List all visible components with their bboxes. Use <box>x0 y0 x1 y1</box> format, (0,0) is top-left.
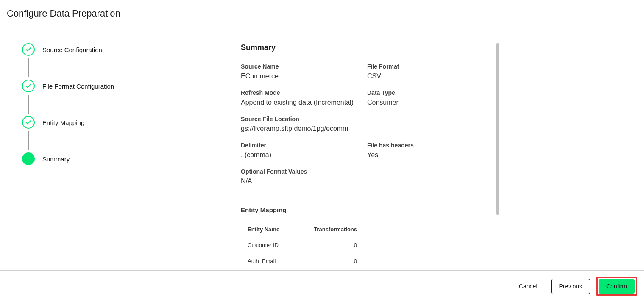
entity-mapping-table: Entity Name Transformations Customer ID … <box>241 222 364 269</box>
summary-label: Delimiter <box>241 142 367 149</box>
step-label: Summary <box>42 155 70 163</box>
summary-field-file-has-headers: File has headers Yes <box>367 142 481 159</box>
step-entity-mapping[interactable]: Entity Mapping <box>22 116 218 129</box>
summary-value: CSV <box>367 72 481 80</box>
step-label: File Format Configuration <box>42 83 114 90</box>
summary-field-optional-format-values: Optional Format Values N/A <box>241 168 481 185</box>
scrollbar-thumb[interactable] <box>496 43 499 215</box>
summary-label: File has headers <box>367 142 481 149</box>
entity-mapping-title: Entity Mapping <box>241 206 481 213</box>
main-content: Source Configuration File Format Configu… <box>0 27 644 273</box>
scrollbar[interactable] <box>496 43 499 251</box>
summary-label: Data Type <box>367 89 481 96</box>
table-header-transformations: Transformations <box>296 222 364 237</box>
summary-field-file-format: File Format CSV <box>367 63 481 80</box>
previous-button[interactable]: Previous <box>551 279 590 294</box>
step-connector <box>28 131 29 150</box>
step-file-format-configuration[interactable]: File Format Configuration <box>22 80 218 92</box>
confirm-button[interactable]: Confirm <box>599 279 635 294</box>
summary-panel: Summary Source Name ECommerce File Forma… <box>227 27 503 278</box>
summary-label: Refresh Mode <box>241 89 367 96</box>
summary-value: , (comma) <box>241 151 367 159</box>
summary-field-data-type: Data Type Consumer <box>367 89 481 106</box>
summary-label: Source File Location <box>241 116 481 122</box>
confirm-highlight: Confirm <box>596 277 637 296</box>
summary-value: gs://liveramp.sftp.demo/1pg/ecomm <box>241 125 481 133</box>
cancel-button[interactable]: Cancel <box>511 279 545 294</box>
summary-value: Append to existing data (Incremental) <box>241 99 367 106</box>
summary-field-delimiter: Delimiter , (comma) <box>241 142 367 159</box>
summary-value: Consumer <box>367 99 481 106</box>
summary-label: Optional Format Values <box>241 168 481 175</box>
dialog-footer: Cancel Previous Confirm <box>0 270 644 302</box>
step-source-configuration[interactable]: Source Configuration <box>22 43 218 56</box>
active-step-icon <box>22 152 35 165</box>
summary-label: File Format <box>367 63 481 70</box>
dialog-header: Configure Data Preparation <box>0 0 644 27</box>
transformations-cell: 0 <box>296 253 364 269</box>
check-icon <box>22 80 35 92</box>
summary-field-source-file-location: Source File Location gs://liveramp.sftp.… <box>241 116 481 133</box>
entity-name-cell: Auth_Email <box>241 253 296 269</box>
summary-field-source-name: Source Name ECommerce <box>241 63 367 80</box>
summary-title: Summary <box>241 43 481 52</box>
page-title: Configure Data Preparation <box>7 8 637 19</box>
summary-value: Yes <box>367 151 481 159</box>
summary-value: ECommerce <box>241 72 367 80</box>
summary-value: N/A <box>241 177 481 185</box>
step-connector <box>28 58 29 77</box>
summary-label: Source Name <box>241 63 367 70</box>
wizard-steps-sidebar: Source Configuration File Format Configu… <box>0 27 227 273</box>
summary-field-refresh-mode: Refresh Mode Append to existing data (In… <box>241 89 367 106</box>
table-row: Auth_Email 0 <box>241 253 364 269</box>
table-row: Customer ID 0 <box>241 237 364 253</box>
step-summary[interactable]: Summary <box>22 152 218 165</box>
check-icon <box>22 43 35 56</box>
step-label: Entity Mapping <box>42 119 84 126</box>
table-header-entity-name: Entity Name <box>241 222 296 237</box>
step-connector <box>28 95 29 114</box>
check-icon <box>22 116 35 129</box>
step-label: Source Configuration <box>42 46 102 53</box>
transformations-cell: 0 <box>296 237 364 253</box>
entity-name-cell: Customer ID <box>241 237 296 253</box>
